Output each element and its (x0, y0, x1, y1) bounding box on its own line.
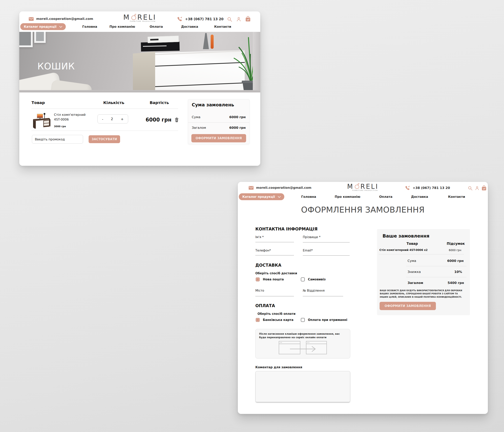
order-total-label: Загалом (407, 281, 423, 285)
phone-field[interactable] (255, 250, 294, 255)
nav-delivery[interactable]: Доставка (181, 25, 198, 28)
email-icon (249, 186, 253, 190)
browser-redirect-illustration (278, 340, 327, 355)
checkout-page-title: ОФОРМЛЕННЯ ЗАМОВЛЕННЯ (238, 205, 488, 215)
column-quantity: Кількість (98, 100, 130, 105)
order-divider (378, 254, 464, 254)
order-divider (406, 277, 466, 277)
cart-hero-title: КОШИК (37, 61, 75, 72)
nav-contacts[interactable]: Контакти (448, 195, 465, 199)
city-field[interactable] (255, 291, 294, 296)
quantity-stepper: - 2 + (98, 114, 128, 123)
bank-card-label[interactable]: Банківська карта (263, 318, 294, 322)
apply-promo-button[interactable]: ЗАСТОСУВАТИ (89, 135, 120, 143)
cart-item-name: Стіл комп'ютерний 4ST-0006 (54, 112, 88, 122)
summary-sum-value: 6000 грн (229, 115, 246, 119)
cart-item-total: 6000 грн (143, 117, 171, 123)
nova-poshta-label[interactable]: Нова пошта (263, 278, 284, 281)
cart-page-card: moreli.cooperation@gmail.com M RELI FURN… (19, 11, 260, 166)
hero-floor (19, 90, 260, 92)
hero-dresser-side (133, 52, 155, 92)
order-summary-panel: Ваше замовлення Товар Підсумок Стіл комп… (377, 229, 470, 315)
logo-text-right: RELI (137, 13, 156, 21)
order-divider (406, 266, 466, 266)
column-cost: Вартість (147, 100, 171, 105)
column-product: Товар (32, 100, 45, 105)
page-background: moreli.cooperation@gmail.com M RELI FURN… (0, 0, 504, 432)
quantity-increase-button[interactable]: + (120, 117, 125, 121)
header-phone[interactable]: +38 (067) 781 13 20 (185, 17, 224, 21)
last-name-field[interactable] (303, 237, 350, 242)
order-sum-value: 6000 грн (447, 259, 464, 263)
logo-text-right: RELI (360, 183, 378, 190)
order-discount-label: Знижка (407, 270, 421, 274)
nav-contacts[interactable]: Контакти (214, 25, 231, 28)
order-col-subtotal: Підсумок (447, 242, 465, 246)
privacy-note: ВАШІ ОСОБИСТІ ДАНІ БУДУТЬ ВИКОРИСТОВУВАТ… (380, 289, 464, 298)
header-phone[interactable]: +38 (067) 781 13 20 (413, 186, 450, 190)
pickup-label[interactable]: Самовивіз (308, 278, 326, 281)
order-discount-value: 10% (454, 270, 462, 274)
pay-on-delivery-checkbox[interactable] (301, 318, 305, 322)
search-icon[interactable] (468, 186, 472, 191)
brand-logo[interactable]: M RELI FURNITURE PRODUCTION (123, 13, 156, 22)
nav-delivery[interactable]: Доставка (411, 195, 428, 199)
checkout-button[interactable]: ОФОРМИТИ ЗАМОВЛЕННЯ (191, 134, 246, 142)
contact-section-heading: КОНТАКТНА ІНФОРМАЦІЯ (255, 227, 318, 232)
checkout-page-card: moreli.cooperation@gmail.com M RELI FURN… (238, 182, 488, 414)
trash-icon[interactable] (175, 118, 179, 123)
brand-logo[interactable]: M RELI FURNITURE PRODUCTION (347, 183, 378, 191)
catalog-label: Каталог продукції (242, 195, 275, 199)
cart-bag-icon[interactable] (481, 185, 487, 192)
nav-payment[interactable]: Оплата (379, 195, 392, 199)
nova-poshta-checkbox[interactable] (256, 277, 260, 281)
delivery-section-heading: ДОСТАВКА (255, 263, 281, 268)
catalog-dropdown-button[interactable]: Каталог продукції (20, 23, 66, 30)
account-icon[interactable] (475, 186, 479, 191)
summary-sum-label: Сума (192, 115, 200, 119)
first-name-field[interactable] (255, 237, 294, 242)
logo-text-left: M (123, 13, 130, 21)
cart-hero-banner: КОШИК (19, 32, 260, 92)
order-comment-textarea[interactable] (255, 371, 350, 402)
quantity-value: 2 (111, 117, 113, 121)
cart-bag-icon[interactable] (245, 16, 251, 23)
hero-wall-frame (19, 32, 33, 47)
hero-book (147, 35, 179, 43)
catalog-dropdown-button[interactable]: Каталог продукції (239, 193, 284, 200)
nav-about[interactable]: Про компанію (109, 25, 135, 28)
logo-text-left: M (347, 183, 354, 190)
bank-card-checkbox[interactable] (256, 318, 260, 322)
payment-hint: Оберіть спосіб оплати (258, 312, 296, 316)
nav-home[interactable]: Головна (301, 195, 316, 199)
pickup-checkbox[interactable] (301, 277, 305, 281)
order-col-product: Товар (406, 242, 418, 246)
nav-home[interactable]: Головна (82, 25, 97, 28)
order-item-name: Стіл комп'ютерний 4ST-0006 х2 (379, 248, 428, 251)
nav-about[interactable]: Про компанію (335, 195, 360, 199)
chevron-down-icon (59, 25, 62, 28)
phone-icon (405, 185, 410, 192)
product-thumbnail (32, 111, 51, 130)
cart-summary-panel: Сума замовлень Сума 6000 грн Загалом 600… (188, 99, 249, 144)
hero-vase (211, 35, 214, 49)
summary-total-row: Загалом 6000 грн (192, 126, 246, 130)
search-icon[interactable] (227, 17, 232, 23)
account-icon[interactable] (236, 17, 241, 22)
delivery-hint: Оберіть спосіб доставки (255, 272, 297, 275)
quantity-decrease-button[interactable]: - (101, 117, 104, 121)
nav-payment[interactable]: Оплата (150, 25, 163, 28)
summary-total-value: 6000 грн (229, 126, 246, 130)
branch-field[interactable] (303, 291, 343, 296)
table-divider (32, 130, 178, 131)
pay-on-delivery-label[interactable]: Оплата при отриманні (308, 318, 347, 322)
header-email[interactable]: moreli.cooperation@gmail.com (256, 186, 311, 190)
place-order-button[interactable]: ОФОРМИТИ ЗАМОВЛЕННЯ (379, 302, 436, 310)
email-field[interactable] (303, 251, 350, 256)
hero-vase (203, 33, 209, 49)
hero-book (141, 42, 180, 52)
email-icon (29, 17, 34, 22)
comment-label: Коментар для замовлення (255, 365, 302, 369)
header-email[interactable]: moreli.cooperation@gmail.com (36, 17, 93, 21)
promo-code-input[interactable] (32, 135, 83, 144)
